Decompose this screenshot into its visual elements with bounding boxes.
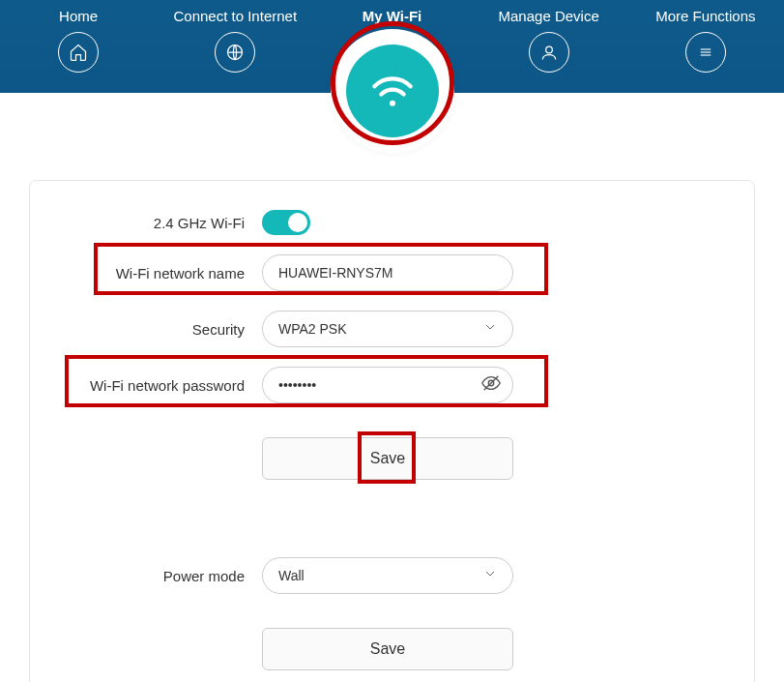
select-security[interactable]	[262, 311, 513, 347]
settings-card: 2.4 GHz Wi-Fi Wi-Fi network name Securit…	[29, 180, 755, 682]
save-button-power[interactable]: Save	[262, 628, 513, 670]
row-wifi-password: Wi-Fi network password	[59, 367, 725, 403]
top-navbar: Home Connect to Internet My Wi-Fi Manage…	[0, 0, 784, 93]
wifi-hero-circle[interactable]	[331, 29, 454, 153]
row-wifi-name: Wi-Fi network name	[59, 254, 725, 291]
label-security: Security	[59, 321, 262, 338]
nav-manage-label: Manage Device	[499, 8, 599, 24]
label-wifi-password: Wi-Fi network password	[59, 377, 262, 394]
select-power-mode[interactable]	[262, 557, 513, 594]
home-icon	[58, 32, 99, 73]
svg-point-5	[389, 101, 394, 106]
nav-more[interactable]: More Functions	[628, 8, 783, 73]
nav-connect[interactable]: Connect to Internet	[158, 8, 312, 73]
row-power-mode: Power mode	[59, 557, 725, 594]
nav-home-label: Home	[59, 8, 98, 24]
label-24ghz: 2.4 GHz Wi-Fi	[59, 215, 262, 231]
label-wifi-name: Wi-Fi network name	[59, 265, 262, 282]
row-save-2: Save	[59, 628, 725, 670]
wifi-icon	[346, 44, 439, 137]
user-icon	[529, 32, 569, 73]
toggle-knob	[288, 213, 307, 232]
nav-connect-label: Connect to Internet	[173, 8, 297, 24]
nav-more-label: More Functions	[655, 8, 755, 24]
menu-icon	[685, 32, 726, 73]
save-button-wifi[interactable]: Save	[262, 437, 513, 480]
nav-manage[interactable]: Manage Device	[472, 8, 626, 73]
row-save-1: Save	[59, 437, 725, 480]
row-security: Security	[59, 311, 725, 347]
toggle-24ghz[interactable]	[262, 210, 310, 235]
row-24ghz: 2.4 GHz Wi-Fi	[59, 210, 725, 235]
input-wifi-name[interactable]	[262, 254, 513, 291]
svg-point-1	[545, 46, 552, 53]
nav-wifi-label: My Wi-Fi	[363, 8, 422, 24]
label-power-mode: Power mode	[59, 568, 262, 584]
input-wifi-password[interactable]	[262, 367, 513, 403]
globe-icon	[215, 32, 255, 73]
eye-hidden-icon[interactable]	[480, 372, 502, 398]
nav-home[interactable]: Home	[1, 8, 156, 73]
